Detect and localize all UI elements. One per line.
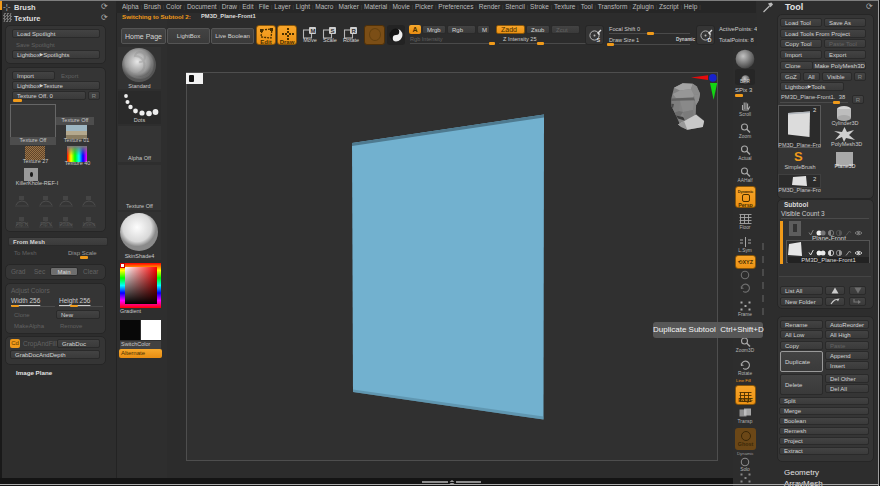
svg-text:S: S xyxy=(597,37,601,43)
svg-text:D: D xyxy=(708,37,712,43)
svg-text:M: M xyxy=(311,28,316,34)
svg-text:R: R xyxy=(352,28,357,34)
svg-text:S: S xyxy=(331,28,335,34)
